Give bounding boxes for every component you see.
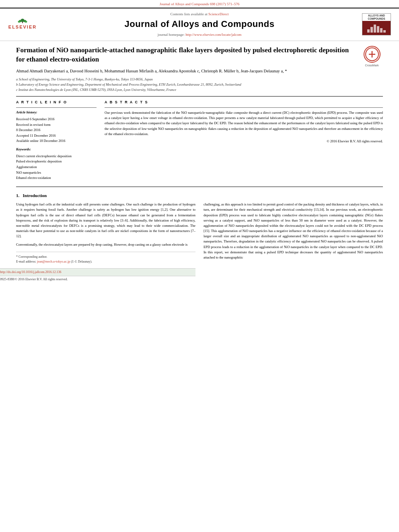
history-received: Received 6 September 2016 — [16, 117, 97, 122]
svg-rect-10 — [380, 28, 383, 33]
keyword-2: Pulsed electrophoretic deposition — [16, 159, 97, 164]
body-col-left: Using hydrogen fuel cells at the industr… — [16, 202, 195, 283]
history-revised-label: Received in revised form — [16, 122, 97, 128]
affiliation-b: b Laboratory of Energy Science and Engin… — [16, 82, 383, 87]
header-right: ALLOYS AND COMPOUNDS — [360, 13, 393, 35]
body-two-col: Using hydrogen fuel cells at the industr… — [16, 202, 383, 283]
article-info-heading: A R T I C L E I N F O — [16, 100, 97, 105]
svg-rect-9 — [377, 26, 379, 33]
footnote-section: * Corresponding author. E-mail address: … — [16, 252, 195, 264]
section-number: 1. — [16, 193, 19, 198]
svg-point-5 — [25, 21, 27, 23]
sciencedirect-link[interactable]: ScienceDirect — [208, 12, 228, 16]
introduction-section: 1. Introduction Using hydrogen fuel cell… — [16, 193, 383, 283]
journal-title-main: Journal of Alloys and Compounds — [43, 18, 356, 31]
svg-rect-7 — [370, 27, 373, 33]
authors: Ahmad Ahmadi Daryakenari a, Davood Hosse… — [16, 68, 383, 74]
email-link[interactable]: jean@mech.u-tokyo.ac.jp — [37, 260, 70, 263]
logo-bottom — [362, 21, 391, 35]
history-label: Article history: — [16, 110, 97, 115]
crossmark-label: CrossMark — [365, 64, 379, 68]
abstract-heading: A B S T R A C T S — [105, 100, 383, 105]
crossmark-icon — [364, 46, 380, 63]
history-online: Available online 18 December 2016 — [16, 138, 97, 144]
elsevier-label: ELSEVIER — [8, 24, 37, 30]
svg-rect-3 — [22, 22, 23, 23]
header-center: Contents lists available at ScienceDirec… — [43, 12, 356, 37]
svg-rect-11 — [383, 30, 386, 33]
keyword-3: Agglomeration — [16, 164, 97, 170]
page: Journal of Alloys and Compounds 698 (201… — [0, 0, 399, 288]
section-title-text: Introduction — [23, 193, 47, 198]
intro-para-3: challenging, as this approach is too lim… — [204, 202, 383, 260]
journal-homepage: journal homepage: http://www.elsevier.co… — [43, 32, 356, 37]
header-box: ELSEVIER Contents lists available at Sci… — [0, 8, 399, 41]
history-revised-date: 8 December 2016 — [16, 127, 97, 133]
keyword-1: Direct current electrophoretic depositio… — [16, 154, 97, 159]
section-title: 1. Introduction — [16, 193, 383, 199]
abstract-col: A B S T R A C T S Our previous work demo… — [105, 100, 383, 181]
svg-rect-6 — [367, 29, 370, 33]
crossmark: CrossMark — [361, 46, 383, 68]
article-info-abstract-row: A R T I C L E I N F O Article history: R… — [16, 100, 383, 181]
affiliation-a: a School of Engineering, The University … — [16, 77, 383, 82]
article-info-col: A R T I C L E I N F O Article history: R… — [16, 100, 97, 181]
contents-line: Contents lists available at ScienceDirec… — [43, 12, 356, 17]
keyword-5: Ethanol electro-oxidation — [16, 175, 97, 181]
logo-chart-icon — [366, 22, 387, 33]
bottom-bar: 0925-8388/© 2016 Elsevier B.V. All right… — [0, 276, 195, 283]
elsevier-logo: ELSEVIER — [7, 18, 38, 31]
affiliation-c: c Institut des Nanotechnologies de Lyon … — [16, 87, 383, 92]
intro-para-1: Using hydrogen fuel cells at the industr… — [16, 202, 195, 239]
journal-top-bar: Journal of Alloys and Compounds 698 (201… — [0, 0, 399, 8]
abstract-text: Our previous work demonstrated the fabri… — [105, 110, 383, 137]
doi-bar: http://dx.doi.org/10.1016/j.jallcom.2016… — [0, 268, 195, 276]
elsevier-tree-icon — [12, 18, 33, 24]
divider-top — [16, 96, 383, 97]
history-accepted: Accepted 11 December 2016 — [16, 133, 97, 139]
affiliations: a School of Engineering, The University … — [16, 77, 383, 92]
svg-rect-8 — [374, 25, 376, 33]
intro-para-2: Conventionally, the electrocatalyst laye… — [16, 242, 195, 247]
article-content: Formation of NiO nanoparticle-attached n… — [0, 41, 399, 288]
divider-mid — [16, 187, 383, 187]
svg-point-4 — [18, 21, 21, 23]
keyword-4: NiO nanoparticles — [16, 170, 97, 176]
homepage-link[interactable]: http://www.elsevier.com/locate/jalcom — [185, 33, 241, 37]
copyright-line: © 2016 Elsevier B.V. All rights reserved… — [105, 139, 383, 144]
body-col-right: challenging, as this approach is too lim… — [204, 202, 383, 283]
keywords-label: Keywords: — [16, 147, 97, 152]
header-left: ELSEVIER — [6, 18, 39, 31]
footnote-email: E-mail address: jean@mech.u-tokyo.ac.jp … — [16, 259, 195, 264]
article-title: Formation of NiO nanoparticle-attached n… — [16, 46, 383, 64]
doi-link[interactable]: http://dx.doi.org/10.1016/j.jallcom.2016… — [0, 270, 62, 274]
logo-top: ALLOYS AND COMPOUNDS — [362, 14, 391, 21]
journal-top-text: Journal of Alloys and Compounds 698 (201… — [160, 2, 240, 6]
journal-logo-box: ALLOYS AND COMPOUNDS — [362, 13, 391, 35]
footnote-corresponding: * Corresponding author. — [16, 255, 195, 259]
